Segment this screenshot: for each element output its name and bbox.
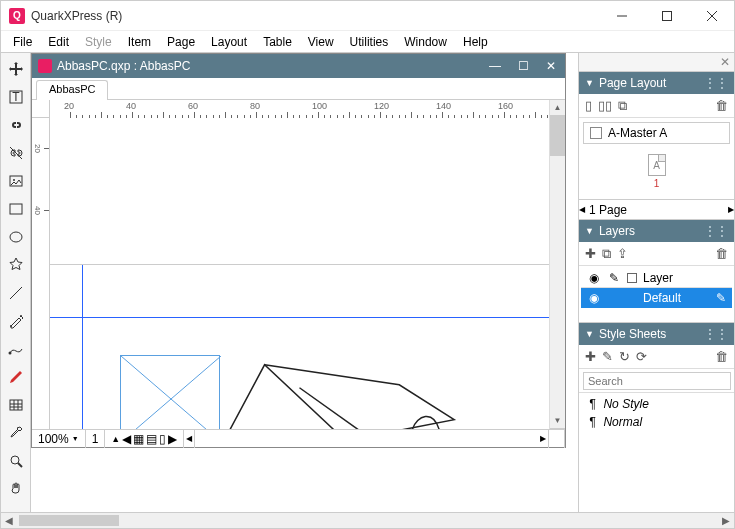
eyedropper-tool[interactable]	[4, 421, 28, 445]
hscroll-left-button[interactable]: ◀	[186, 434, 192, 443]
panel-menu-icon[interactable]: ⋮⋮	[704, 327, 728, 341]
app-titlebar: Q QuarkXPress (R)	[1, 1, 734, 31]
move-tool[interactable]	[4, 57, 28, 81]
style-sheet-row[interactable]: ¶Normal	[581, 413, 732, 431]
window-close-button[interactable]	[689, 1, 734, 31]
document-status-bar: 100%▼ 1 ▲ ◀ ▦ ▤ ▯ ▶ ◀ ▶	[32, 429, 565, 447]
freehand-strokes	[50, 265, 549, 429]
update-style-icon[interactable]: ↻	[619, 349, 630, 364]
window-horizontal-scrollbar[interactable]: ◀ ▶	[1, 512, 734, 528]
svg-point-12	[20, 315, 22, 317]
document-tab-strip: AbbasPC	[32, 78, 565, 100]
duplicate-page-icon[interactable]: ⧉	[618, 98, 627, 114]
menu-style[interactable]: Style	[77, 33, 120, 51]
document-window: AbbasPC.qxp : AbbasPC — ☐ ✕ AbbasPC 2040…	[31, 53, 566, 448]
page-canvas[interactable]	[50, 265, 549, 429]
menu-file[interactable]: File	[5, 33, 40, 51]
zoom-level[interactable]: 100%▼	[32, 430, 86, 448]
paragraph-style-icon: ¶	[589, 415, 595, 429]
win-hscroll-right[interactable]: ▶	[718, 513, 734, 528]
page-nav-controls[interactable]: ▲ ◀ ▦ ▤ ▯ ▶	[105, 430, 184, 448]
visibility-icon[interactable]: ◉	[587, 291, 601, 305]
prev-page-icon[interactable]: ◀	[122, 432, 131, 446]
menu-page[interactable]: Page	[159, 33, 203, 51]
view-mode-1-icon[interactable]: ▦	[133, 432, 144, 446]
layers-tools: ✚ ⧉ ⇪ 🗑	[579, 242, 734, 266]
pan-tool[interactable]	[4, 477, 28, 501]
style-sheets-header[interactable]: ▼ Style Sheets ⋮⋮	[579, 323, 734, 345]
text-tool[interactable]: T	[4, 85, 28, 109]
menu-table[interactable]: Table	[255, 33, 300, 51]
hscroll-right-button[interactable]: ▶	[540, 434, 546, 443]
panel-dock: ✕ ▼ Page Layout ⋮⋮ ▯ ▯▯ ⧉ 🗑 A-Master A	[578, 53, 734, 512]
menu-help[interactable]: Help	[455, 33, 496, 51]
delete-layer-icon[interactable]: 🗑	[715, 246, 728, 261]
panel-menu-icon[interactable]: ⋮⋮	[704, 76, 728, 90]
merge-layer-icon[interactable]: ⧉	[602, 246, 611, 262]
style-sheet-row[interactable]: ¶No Style	[581, 395, 732, 413]
vscroll-thumb[interactable]	[550, 116, 565, 156]
vertical-ruler[interactable]: 2040	[32, 118, 50, 429]
picture-tool[interactable]	[4, 169, 28, 193]
menu-layout[interactable]: Layout	[203, 33, 255, 51]
link-tool[interactable]	[4, 113, 28, 137]
menu-window[interactable]: Window	[396, 33, 455, 51]
window-minimize-button[interactable]	[599, 1, 644, 31]
ruler-origin[interactable]	[32, 100, 50, 118]
menu-utilities[interactable]: Utilities	[342, 33, 397, 51]
menu-view[interactable]: View	[300, 33, 342, 51]
layer-row[interactable]: ◉✎Layer	[581, 268, 732, 288]
panel-menu-icon[interactable]: ⋮⋮	[704, 224, 728, 238]
menu-edit[interactable]: Edit	[40, 33, 77, 51]
menu-bar: FileEditStyleItemPageLayoutTableViewUtil…	[1, 31, 734, 53]
next-page-icon[interactable]: ▶	[168, 432, 177, 446]
win-hscroll-thumb[interactable]	[19, 515, 119, 526]
scroll-down-button[interactable]: ▼	[550, 413, 565, 429]
scroll-up-button[interactable]: ▲	[550, 100, 565, 116]
menu-item[interactable]: Item	[120, 33, 159, 51]
ellipse-tool[interactable]	[4, 225, 28, 249]
edit-style-icon[interactable]: ✎	[602, 349, 613, 364]
draw-tool[interactable]	[4, 337, 28, 361]
pen-tool[interactable]	[4, 309, 28, 333]
new-layer-icon[interactable]: ✚	[585, 246, 596, 261]
layer-edit-icon[interactable]: ✎	[716, 291, 726, 305]
new-style-icon[interactable]: ✚	[585, 349, 596, 364]
document-vertical-scrollbar[interactable]: ▲ ▼	[549, 100, 565, 429]
style-search-input[interactable]	[583, 372, 731, 390]
dock-close-icon[interactable]: ✕	[720, 55, 730, 69]
win-hscroll-left[interactable]: ◀	[1, 513, 17, 528]
horizontal-ruler[interactable]: 20406080100120140160	[50, 100, 549, 265]
rect-box-tool[interactable]	[4, 197, 28, 221]
layers-header[interactable]: ▼ Layers ⋮⋮	[579, 220, 734, 242]
star-tool[interactable]	[4, 253, 28, 277]
pencil-tool[interactable]	[4, 365, 28, 389]
table-tool[interactable]	[4, 393, 28, 417]
page-count-footer[interactable]: ◀ 1 Page ▶	[579, 199, 734, 219]
doc-close-button[interactable]: ✕	[537, 56, 565, 76]
disclosure-icon: ▼	[585, 329, 594, 339]
zoom-tool[interactable]	[4, 449, 28, 473]
vscroll-track[interactable]	[550, 116, 565, 413]
view-mode-2-icon[interactable]: ▤	[146, 432, 157, 446]
line-tool[interactable]	[4, 281, 28, 305]
refresh-style-icon[interactable]: ⟳	[636, 349, 647, 364]
window-maximize-button[interactable]	[644, 1, 689, 31]
page-number-field[interactable]: 1	[86, 430, 106, 448]
doc-minimize-button[interactable]: —	[481, 56, 509, 76]
doc-maximize-button[interactable]: ☐	[509, 56, 537, 76]
facing-pages-icon[interactable]: ▯▯	[598, 98, 612, 113]
layer-row-selected[interactable]: ◉Default✎	[581, 288, 732, 308]
move-to-layer-icon[interactable]: ⇪	[617, 246, 628, 261]
page-layout-header[interactable]: ▼ Page Layout ⋮⋮	[579, 72, 734, 94]
delete-style-icon[interactable]: 🗑	[715, 349, 728, 364]
delete-page-icon[interactable]: 🗑	[715, 98, 728, 113]
first-page-icon[interactable]: ▲	[111, 434, 120, 444]
document-titlebar[interactable]: AbbasPC.qxp : AbbasPC — ☐ ✕	[32, 54, 565, 78]
unlink-tool[interactable]	[4, 141, 28, 165]
page-thumbnail[interactable]: A	[648, 154, 666, 176]
view-mode-3-icon[interactable]: ▯	[159, 432, 166, 446]
master-page-row[interactable]: A-Master A	[583, 122, 730, 144]
single-page-icon[interactable]: ▯	[585, 98, 592, 113]
document-tab[interactable]: AbbasPC	[36, 80, 108, 100]
